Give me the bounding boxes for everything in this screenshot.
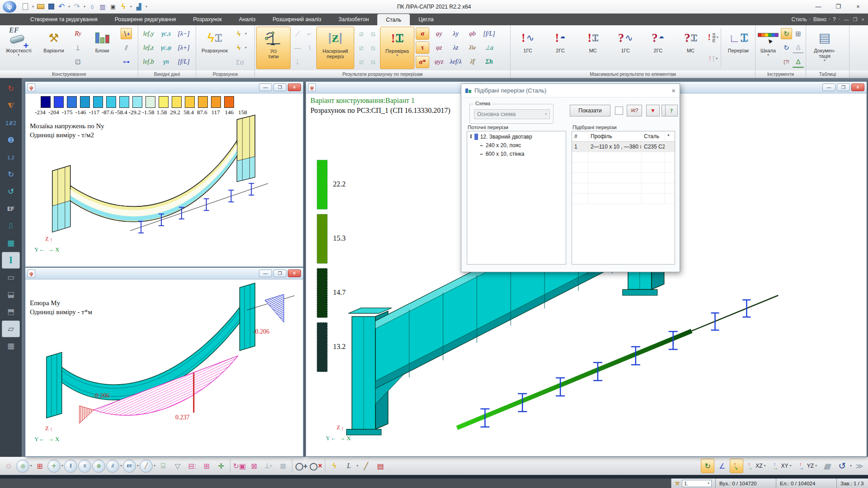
view-xy-button[interactable]: ↑→XY▾ [770, 458, 795, 474]
qat-overflow-icon[interactable]: ▾ [145, 5, 147, 9]
all-types-button[interactable]: Усі типи [256, 27, 291, 69]
axes-small-icon[interactable]: ∠ [715, 459, 729, 473]
run-dropdown-icon[interactable]: ▾ [130, 5, 132, 9]
lefz-button[interactable]: lef,z [143, 44, 154, 51]
box-mode-icon[interactable]: ⬒ [2, 303, 20, 320]
window1-viewport[interactable]: -234-204-175-146-117-87.6-58.4-29.2-1.58… [26, 93, 302, 266]
ef-select-icon[interactable]: EF [123, 460, 136, 473]
window2-minimize-button[interactable]: — [259, 270, 272, 277]
dialog-close-icon[interactable]: × [671, 87, 676, 94]
mode-cell[interactable]: ⚒ 1.▾ [671, 479, 715, 488]
max-ms-button[interactable]: !Ɪ МС [577, 27, 609, 69]
window-switch-icon[interactable]: ⊞ [793, 28, 804, 39]
scales-check-icon[interactable]: ∆ [793, 56, 804, 68]
close-button[interactable]: × [848, 0, 868, 13]
view-yz-button[interactable]: ↑→YZ▾ [796, 458, 820, 474]
rotate-plane-icon[interactable]: ↻ [701, 459, 714, 473]
zoom-in-icon[interactable]: ◯+ [295, 459, 308, 473]
style-menu[interactable]: Стиль [792, 16, 807, 23]
window2-restore-button[interactable]: ❐ [273, 270, 286, 277]
add-rod-icon[interactable]: ∖+ [121, 28, 132, 39]
report-book-icon[interactable]: ⌺ [156, 459, 170, 473]
max-2gs-button[interactable]: !◓ 2ГС [544, 27, 576, 69]
flange-width-icon[interactable]: ⊥a [485, 44, 493, 51]
tab-analysis[interactable]: Аналіз [230, 14, 264, 25]
check-button[interactable]: !Ɪ Перевірка ▾ [380, 27, 414, 69]
window1-minimize-button[interactable]: — [259, 84, 272, 91]
blocks-button[interactable]: Блоки [85, 27, 119, 69]
view-xz-button[interactable]: ↑→XZ▾ [744, 458, 769, 474]
fragment-nodes-icon[interactable]: ⊞ [33, 459, 47, 473]
redo-dropdown-icon[interactable]: ▾ [84, 5, 85, 9]
rods-bundle-icon[interactable]: ⫽ [121, 42, 132, 53]
phi-z-button[interactable]: φz [436, 44, 442, 51]
steel-section-mode-icon[interactable]: I [2, 252, 20, 269]
window-moment-diagram[interactable]: ψ — ❐ × Епюра My Одиниці виміру - т*м [25, 267, 304, 457]
gamma-n-button[interactable]: γn [163, 58, 169, 65]
undo-dropdown-icon[interactable]: ▾ [68, 5, 70, 9]
documentation-button[interactable]: ▤ Докумен- тація ▾ [807, 27, 842, 69]
picked-sections-table[interactable]: # Профіль Сталь * 1 2—110 x 10 , —380 x.… [572, 131, 675, 265]
mdi-restore-button[interactable]: ❐ [853, 17, 858, 23]
sigma-sum-icon[interactable]: Σσ [235, 56, 246, 68]
schema-select[interactable]: Основна схема▾ [474, 109, 550, 119]
window1-restore-button[interactable]: ❐ [273, 84, 286, 91]
axes-xyz-icon[interactable]: ↑↘ [730, 459, 743, 473]
stiffness-button[interactable]: EF+ Жорсткості ▾ [1, 27, 36, 69]
section-size-icon[interactable]: ⊡ [72, 56, 84, 68]
pan-node-icon[interactable]: ◎ [16, 460, 29, 473]
lambda-plus-button[interactable]: [λ+] [178, 44, 189, 51]
model-cube-icon[interactable]: ⬨ [89, 3, 96, 11]
query-2gs-button[interactable]: ?◓ 2ГС [642, 27, 674, 69]
table-row[interactable]: 1 2—110 x 10 , —380 x... С235 С2... [572, 142, 675, 152]
rotate-cw-icon[interactable]: ↻ [2, 166, 20, 183]
help-button[interactable]: ? [665, 105, 678, 116]
sigma-button[interactable]: σ [416, 28, 429, 40]
save-icon[interactable] [47, 3, 55, 11]
show-button[interactable]: Показати [570, 105, 610, 116]
tab-brick[interactable]: Цегла [410, 14, 442, 25]
run-calculation-icon[interactable]: ϟ [120, 3, 127, 11]
window1-close-button[interactable]: × [288, 84, 301, 91]
help-menu[interactable]: ? [833, 16, 836, 23]
plate-mode-icon[interactable]: ▭ [2, 269, 20, 286]
through-section-button[interactable]: Ƶ Наскрізний переріз [316, 27, 354, 69]
redo-icon[interactable]: ↷ [73, 3, 80, 11]
dialog-titlebar[interactable]: Підібрані перерізи (Сталь) × [461, 84, 680, 98]
pen-tool-icon[interactable]: ╱ [359, 459, 373, 473]
tab-steel[interactable]: Сталь [377, 14, 410, 25]
section-height-icon[interactable]: Σh [485, 58, 493, 65]
option-checkbox[interactable] [615, 107, 623, 115]
refresh-small-icon[interactable]: ↻ [781, 42, 792, 53]
lambda-z-button[interactable]: λz [453, 44, 459, 51]
epure-mode-icon[interactable]: ⎍ [2, 218, 20, 234]
mdi-close-button[interactable]: × [862, 17, 864, 22]
ry-curve-icon[interactable]: Ry [72, 28, 84, 39]
solid-mode-icon[interactable]: ⬓ [2, 286, 20, 303]
filter-funnel-icon[interactable]: ▽ [171, 459, 184, 473]
lambda-minus-button[interactable]: [λ−] [178, 30, 189, 37]
flashlight-icon[interactable]: ϟ [328, 459, 341, 473]
rotate-element-icon[interactable]: ↻▣ [233, 459, 246, 473]
sigma-star-button[interactable]: σ* [416, 56, 429, 68]
ef-mode-icon[interactable]: EF [2, 200, 20, 217]
node-axes-icon[interactable]: ⊕ [92, 460, 105, 473]
perspective-icon[interactable]: ▦ [819, 459, 837, 473]
lambda-f-button[interactable]: λ̄f [470, 58, 475, 65]
window2-close-button[interactable]: × [288, 270, 301, 277]
lambda-ef-button[interactable]: λef/λ [450, 58, 461, 65]
tab-advanced-editing[interactable]: Розширене редагування [106, 14, 185, 25]
toolbar-overflow-icon[interactable]: ≫ [853, 459, 866, 473]
decimal-display-icon[interactable]: 1.2 [2, 149, 20, 166]
results-chart-icon[interactable]: ▟ [135, 3, 142, 11]
calc-node-icon[interactable]: ϟ [233, 42, 244, 53]
lambda-y-button[interactable]: λy [453, 30, 458, 37]
tree-root-item[interactable]: I 12. Зварний двотавр [467, 131, 566, 141]
length-tool-icon[interactable]: L [342, 459, 356, 473]
new-document-icon[interactable] [22, 3, 29, 11]
mdi-minimize-button[interactable]: — [844, 17, 849, 22]
rotate-ccw-icon[interactable]: ↺ [2, 183, 20, 200]
fl-button[interactable]: [f/L] [483, 30, 495, 37]
tau-button[interactable]: τ [416, 42, 429, 54]
tab-advanced-analysis[interactable]: Розширений аналіз [264, 14, 330, 25]
